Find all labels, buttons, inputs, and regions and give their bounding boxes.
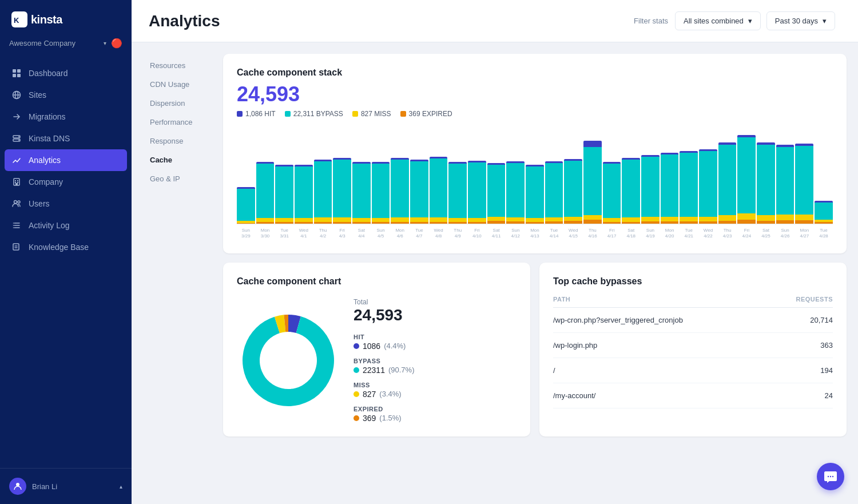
hit-dot [353, 343, 359, 349]
bypass-table: PATH REQUESTS /wp-cron.php?server_trigge… [553, 291, 833, 408]
kinsta-logo-icon: K [11, 11, 27, 27]
sidebar-item-activity-log[interactable]: Activity Log [0, 215, 132, 236]
miss-label: MISS [353, 382, 414, 388]
bar-bypass-segment [622, 160, 640, 217]
svg-point-26 [13, 227, 14, 228]
cache-stack-card: Cache component stack 24,593 1,086 HIT 2… [223, 54, 847, 253]
bar-column [372, 127, 390, 224]
bar-date-label: Fri 4/24 [737, 228, 756, 240]
subnav-cache[interactable]: Cache [143, 151, 212, 169]
bar-date-label: Sun 4/5 [372, 228, 390, 240]
bar-miss-segment [641, 217, 660, 221]
cache-legend: 1,086 HIT 22,311 BYPASS 827 MISS 36 [237, 110, 833, 118]
chat-icon [824, 470, 837, 483]
bar-column [699, 127, 717, 224]
bar-date-label: Sun 4/26 [776, 228, 795, 240]
bar-miss-segment [295, 218, 313, 222]
donut-legend: HIT 1086 (4.4%) BYPASS [353, 334, 414, 423]
svg-point-31 [830, 476, 831, 477]
page-title: Analytics [149, 12, 634, 30]
bar-miss-segment [776, 215, 795, 220]
bar-column [430, 127, 448, 224]
bar-bypass-segment [314, 161, 332, 217]
bar-miss-segment [333, 217, 351, 222]
bypass-count: 22311 [363, 366, 385, 375]
svg-point-19 [14, 201, 17, 204]
bar-column [256, 127, 275, 224]
donut-legend-area: Total 24,593 HIT 1086 [353, 298, 414, 423]
miss-color-dot [352, 111, 358, 117]
subnav-response[interactable]: Response [143, 132, 212, 150]
hit-value: 1086 (4.4%) [353, 342, 414, 351]
sidebar-item-label: Migrations [29, 112, 66, 121]
bar-bypass-segment [372, 164, 390, 218]
miss-count: 827 [363, 390, 376, 399]
bypass-requests: 363 [771, 332, 833, 358]
bar-bypass-segment [352, 164, 371, 218]
subnav-dispersion[interactable]: Dispersion [143, 94, 212, 112]
bar-date-label: Sat 4/18 [622, 228, 640, 240]
sidebar-item-sites[interactable]: Sites [0, 84, 132, 106]
bar-miss-segment [718, 215, 737, 221]
bypass-table-row: /my-account/24 [553, 383, 833, 408]
period-filter-value: Past 30 days [775, 17, 818, 25]
bar-expired-segment [314, 222, 332, 224]
total-label: Total [353, 298, 414, 306]
notification-bell-icon[interactable]: 🔴 [111, 38, 122, 49]
bar-column [545, 127, 563, 224]
bar-miss-segment [795, 215, 813, 220]
sidebar-item-analytics[interactable]: Analytics [5, 149, 127, 171]
bar-miss-segment [526, 218, 544, 222]
bar-date-label: Sun 4/19 [641, 228, 660, 240]
bar-miss-segment [448, 218, 467, 222]
bar-expired-segment [448, 222, 467, 224]
bar-expired-segment [795, 220, 813, 224]
bypass-table-row: /wp-login.php363 [553, 332, 833, 358]
bar-bypass-segment [237, 189, 255, 221]
chat-button[interactable] [817, 463, 844, 490]
bar-date-label: Tue 3/31 [275, 228, 293, 240]
bar-expired-segment [583, 220, 602, 224]
sidebar-item-label: Sites [29, 90, 46, 100]
bypass-table-row: /194 [553, 358, 833, 383]
svg-point-29 [16, 483, 19, 486]
bar-date-label: Mon 4/6 [391, 228, 409, 240]
bar-date-label: Tue 4/14 [545, 228, 563, 240]
bar-column [468, 127, 486, 224]
subnav-performance[interactable]: Performance [143, 113, 212, 131]
sidebar-item-dashboard[interactable]: Dashboard [0, 62, 132, 84]
bypass-table-row: /wp-cron.php?server_triggered_cronjob20,… [553, 307, 833, 332]
users-icon [11, 199, 22, 209]
bar-expired-segment [352, 222, 371, 224]
legend-expired-label: 369 EXPIRED [409, 110, 452, 118]
path-column-header: PATH [553, 291, 771, 308]
kinsta-logo: K kinsta [11, 11, 120, 27]
bypass-dot [353, 367, 359, 373]
sidebar-item-kinsta-dns[interactable]: Kinsta DNS [0, 128, 132, 149]
sidebar-item-company[interactable]: Company [0, 171, 132, 193]
subnav-geo-ip[interactable]: Geo & IP [143, 170, 212, 188]
cards-area: Cache component stack 24,593 1,086 HIT 2… [223, 54, 847, 493]
sidebar-item-users[interactable]: Users [0, 193, 132, 215]
period-filter-dropdown[interactable]: Past 30 days ▾ [766, 11, 835, 30]
subnav-resources[interactable]: Resources [143, 57, 212, 74]
bar-bypass-segment [583, 147, 602, 215]
sidebar-item-knowledge-base[interactable]: Knowledge Base [0, 236, 132, 258]
subnav-cdn-usage[interactable]: CDN Usage [143, 76, 212, 93]
bar-miss-segment [564, 217, 582, 221]
hit-count: 1086 [363, 342, 380, 351]
list-icon [11, 220, 22, 231]
donut-center [261, 333, 316, 388]
user-profile[interactable]: Brian Li ▴ [0, 468, 132, 504]
bar-date-label: Tue 4/21 [680, 228, 698, 240]
sites-filter-value: All sites combined [684, 17, 744, 25]
sidebar-item-migrations[interactable]: Migrations [0, 106, 132, 128]
top-bypasses-card: Top cache bypasses PATH REQUESTS /wp-cro… [539, 263, 847, 436]
legend-hit: 1,086 HIT [237, 110, 276, 118]
bar-column [622, 127, 640, 224]
bar-date-label: Mon 4/27 [795, 228, 813, 240]
chevron-down-icon: ▾ [823, 17, 827, 25]
sites-filter-dropdown[interactable]: All sites combined ▾ [675, 11, 761, 30]
company-selector[interactable]: Awesome Company ▾ 🔴 [0, 33, 132, 58]
bar-bypass-segment [737, 137, 756, 213]
